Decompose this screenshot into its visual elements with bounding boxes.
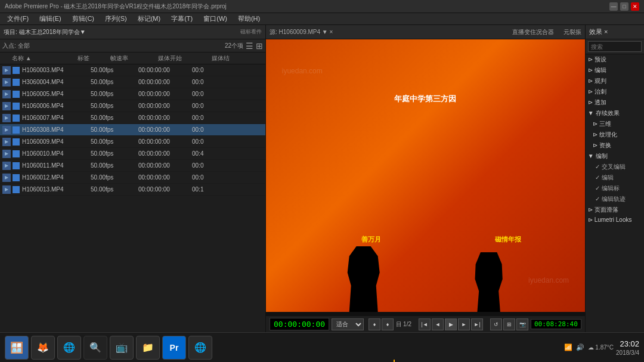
start-button[interactable]: 🪟	[5, 336, 29, 360]
menu-item-s[interactable]: 序列(S)	[100, 13, 132, 24]
media-row[interactable]: ▶ H1060013.MP4 50.00fps 00:00:00:00 00:1	[0, 184, 265, 196]
preview-panel: 源: H1060009.MP4 ▼ × 直播变住况合器 元裂振 年庭中学第三方因…	[266, 25, 585, 332]
play-button[interactable]: ▶	[445, 318, 457, 330]
media-icon: ▶	[2, 150, 11, 158]
media-end: 00:0	[192, 162, 234, 169]
media-icon: ▶	[2, 66, 11, 75]
prev-frame-button[interactable]: ◄	[432, 318, 444, 330]
media-start: 00:00:00:00	[138, 150, 192, 157]
list-view-icon[interactable]: ☰	[246, 41, 253, 51]
effects-folder[interactable]: ▼ 存续效果	[586, 108, 644, 119]
effects-folder[interactable]: ⊳ Lumetri Looks	[586, 215, 644, 224]
preview-image: 年庭中学第三方因 善万月 磁情年报 iyuedan.com iyuedan.co…	[266, 39, 585, 312]
effects-folder[interactable]: ⊳ 透加	[586, 97, 644, 108]
mark-in-button[interactable]: ♦	[369, 318, 380, 330]
taskbar-app-5[interactable]: 📁	[136, 336, 160, 360]
media-row[interactable]: ▶ H1060007.MP4 50.00fps 00:00:00:00 00:0	[0, 112, 265, 124]
menu-item-e[interactable]: 编辑(E)	[35, 13, 66, 24]
media-label-box	[13, 115, 20, 122]
media-label-box	[13, 162, 20, 169]
effects-subfolder[interactable]: ⊳ 资换	[586, 140, 644, 151]
media-fps: 50.00fps	[91, 138, 138, 145]
progress-bar-container[interactable]	[266, 312, 585, 315]
project-label: 项目: 磁木王总2018年同学会▼	[4, 28, 86, 36]
media-filename: H1060013.MP4	[22, 186, 91, 193]
effects-folder[interactable]: ⊳ 编辑	[586, 65, 644, 76]
media-label-box	[13, 150, 20, 157]
silhouette-left	[346, 246, 382, 312]
menu-item-h[interactable]: 帮助(H)	[233, 13, 265, 24]
media-row[interactable]: ▶ H1060011.MP4 50.00fps 00:00:00:00 00:0	[0, 160, 265, 172]
export-frame-button[interactable]: 📷	[516, 318, 528, 330]
taskbar-premiere-icon[interactable]: Pr	[162, 336, 186, 360]
project-header: 项目: 磁木王总2018年同学会▼ 磁标看件	[0, 25, 265, 39]
next-mark-button[interactable]: ►|	[471, 318, 483, 330]
effects-item[interactable]: ✓ 编辑轨迹	[586, 194, 644, 205]
media-toolbar: 入点: 全部 22个项 ☰ ⊞	[0, 39, 265, 52]
monitor-label: 直播变住况合器	[512, 28, 554, 36]
column-headers: 名称 ▲ 标签 帧速率 媒体开始 媒体结	[0, 52, 265, 64]
media-row[interactable]: ▶ H1060009.MP4 50.00fps 00:00:00:00 00:0	[0, 136, 265, 148]
media-row[interactable]: ▶ H1060006.MP4 50.00fps 00:00:00:00 00:0	[0, 100, 265, 112]
media-row[interactable]: ▶ H1060005.MP4 50.00fps 00:00:00:00 00:0	[0, 88, 265, 100]
effects-subfolder[interactable]: ⊳ 纹理化	[586, 129, 644, 140]
weather-display: ☁ 1.87°C	[588, 344, 614, 351]
main-layout: 项目: 磁木王总2018年同学会▼ 磁标看件 入点: 全部 22个项 ☰ ⊞ 名…	[0, 25, 644, 332]
zoom-level: 1/2	[403, 321, 411, 327]
effects-item[interactable]: ✓ 交叉编辑	[586, 162, 644, 172]
media-filename: H1060007.MP4	[22, 115, 91, 121]
title-bar: Adobe Premiere Pro - 磁木王总2018年同学会VR1程交件磁…	[0, 0, 644, 13]
effects-folder[interactable]: ⊳ 观判	[586, 76, 644, 86]
minimize-button[interactable]: —	[609, 2, 618, 11]
media-end: 00:0	[192, 174, 234, 181]
menu-item-c[interactable]: 剪辑(C)	[67, 13, 99, 24]
safe-zones-button[interactable]: ⊞	[503, 318, 515, 330]
media-end: 00:0	[192, 126, 234, 133]
detail-link[interactable]: 磁标看件	[240, 28, 262, 36]
window-controls: — □ ✕	[609, 2, 639, 11]
media-row[interactable]: ▶ H1060003.MP4 50.00fps 00:00:00:00 00:0	[0, 64, 265, 76]
media-row[interactable]: ▶ H3060004.MP4 50.00fps 00:00:00:00 00:0	[0, 76, 265, 88]
grid-view-icon[interactable]: ⊞	[256, 41, 263, 51]
fit-select[interactable]: 适合 25% 50% 100%	[332, 318, 364, 330]
timecode-display: 00:00:00:00	[270, 318, 329, 330]
taskbar-tray: 📶 🔊 ☁ 1.87°C	[564, 344, 614, 351]
media-icon: ▶	[2, 78, 11, 86]
effects-subfolder[interactable]: ⊳ 三维	[586, 119, 644, 129]
media-start: 00:00:00:00	[138, 138, 192, 145]
taskbar-app-7[interactable]: 🌐	[188, 336, 212, 360]
effects-search-input[interactable]	[588, 41, 642, 52]
effects-folder[interactable]: ▼ 编制	[586, 151, 644, 162]
loop-button[interactable]: ↺	[490, 318, 502, 330]
media-end: 00:0	[192, 115, 234, 121]
effects-folder[interactable]: ⊳ 治刺	[586, 86, 644, 97]
taskbar-app-3[interactable]: 🔍	[83, 336, 107, 360]
maximize-button[interactable]: □	[620, 2, 628, 11]
media-filename: H1060011.MP4	[22, 162, 91, 169]
taskbar-app-2[interactable]: 🌐	[57, 336, 81, 360]
media-fps: 50.00fps	[91, 186, 138, 193]
mark-out-button[interactable]: ♦	[382, 318, 394, 330]
media-row[interactable]: ▶ H1060308.MP4 50.00fps 00:00:00:00 00:0	[0, 124, 265, 136]
effects-folder[interactable]: ⊳ 预设	[586, 54, 644, 65]
menu-item-f[interactable]: 文件(F)	[2, 13, 33, 24]
menu-item-m[interactable]: 标记(M)	[133, 13, 166, 24]
effects-item[interactable]: ✓ 编辑	[586, 172, 644, 183]
menu-item-t[interactable]: 字幕(T)	[166, 13, 197, 24]
prev-mark-button[interactable]: |◄	[419, 318, 431, 330]
media-fps: 50.00fps	[91, 67, 138, 73]
menu-item-w[interactable]: 窗口(W)	[199, 13, 232, 24]
effects-folder[interactable]: ⊳ 页面滑落	[586, 205, 644, 215]
media-filename: H1060005.MP4	[22, 91, 91, 97]
effects-item[interactable]: ✓ 编辑标	[586, 183, 644, 194]
taskbar-app-4[interactable]: 📺	[110, 336, 134, 360]
effects-search	[586, 39, 644, 54]
end-timecode: 00:08:28:40	[531, 319, 581, 329]
preview-header: 源: H1060009.MP4 ▼ × 直播变住况合器 元裂振	[266, 25, 585, 39]
close-button[interactable]: ✕	[631, 2, 639, 11]
media-label-box	[13, 126, 20, 134]
media-row[interactable]: ▶ H1060012.MP4 50.00fps 00:00:00:00 00:0	[0, 172, 265, 184]
taskbar-app-1[interactable]: 🦊	[31, 336, 55, 360]
media-row[interactable]: ▶ H1060010.MP4 50.00fps 00:00:00:00 00:4	[0, 148, 265, 160]
next-frame-button[interactable]: ►	[458, 318, 470, 330]
